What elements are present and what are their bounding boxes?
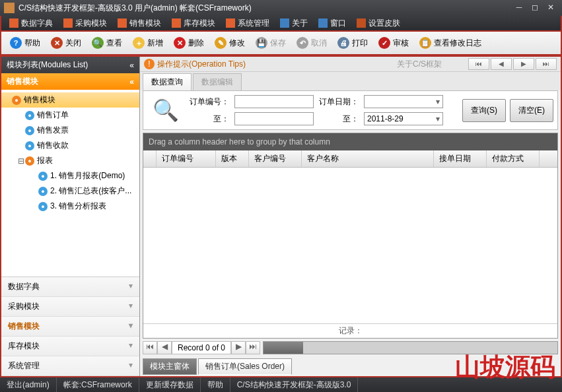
page-indicator: Record 0 of 0: [172, 341, 231, 354]
maximize-button[interactable]: ◻: [528, 3, 542, 13]
nav-first-button[interactable]: ⏮: [468, 58, 489, 70]
tab-data-query[interactable]: 数据查询: [143, 73, 192, 90]
nav-prev-button[interactable]: ◀: [491, 58, 512, 70]
保存-icon: 💾: [256, 37, 267, 49]
tool-帮助[interactable]: ?帮助: [5, 34, 45, 52]
menu-0[interactable]: 数据字典: [4, 16, 58, 30]
accordion-库存模块[interactable]: 库存模块▾: [1, 337, 139, 356]
menu-icon: [9, 18, 18, 28]
module-collapse-icon[interactable]: «: [129, 77, 134, 86]
tool-关闭[interactable]: ✕关闭: [46, 34, 86, 52]
col-订单编号[interactable]: 订单编号: [157, 150, 216, 167]
node-icon: ●: [38, 172, 48, 181]
tree-node-0[interactable]: ●销售模块: [1, 92, 139, 108]
tool-修改[interactable]: ✎修改: [210, 34, 250, 52]
page-first-button[interactable]: ⏮: [143, 341, 157, 354]
row-selector-col[interactable]: [143, 150, 157, 167]
search-icon: 🔍: [153, 98, 179, 123]
grid-body[interactable]: [143, 168, 557, 323]
to-1-input[interactable]: [234, 112, 314, 125]
打印-icon: 🖨: [337, 37, 349, 49]
nav-next-button[interactable]: ▶: [513, 58, 534, 70]
operation-tips[interactable]: 操作提示(Operation Tips): [157, 59, 370, 70]
tree-node-5[interactable]: ●1. 销售月报表(Demo): [1, 168, 139, 183]
status-2[interactable]: 更新缓存数据: [139, 377, 201, 392]
status-3[interactable]: 帮助: [201, 377, 230, 392]
查看-icon: 🔍: [92, 37, 104, 49]
tree-node-2[interactable]: ●销售发票: [1, 123, 139, 138]
tool-删除[interactable]: ✕删除: [169, 34, 209, 52]
record-label: 记录：: [143, 323, 557, 338]
tool-新增[interactable]: ＋新增: [128, 34, 168, 52]
chevron-down-icon: ▾: [129, 321, 133, 332]
query-button[interactable]: 查询(S): [462, 99, 506, 122]
menu-7[interactable]: 设置皮肤: [351, 16, 405, 30]
chevron-down-icon: ▾: [129, 301, 133, 312]
menu-1[interactable]: 采购模块: [58, 16, 112, 30]
col-客户名称[interactable]: 客户名称: [302, 150, 434, 167]
tool-审核[interactable]: ✓审核: [374, 34, 413, 52]
col-版本[interactable]: 版本: [216, 150, 249, 167]
tool-打印[interactable]: 🖨打印: [333, 34, 372, 52]
tab-data-edit[interactable]: 数据编辑: [193, 73, 242, 90]
tool-查看修改日志[interactable]: 📋查看修改日志: [415, 34, 486, 52]
accordion-系统管理[interactable]: 系统管理▾: [1, 356, 139, 376]
sidebar-title: 模块列表(Modules List): [7, 59, 88, 71]
col-客户编号[interactable]: 客户编号: [249, 150, 302, 167]
tree-node-1[interactable]: ●销售订单: [1, 108, 139, 123]
帮助-icon: ?: [10, 37, 22, 49]
menu-6[interactable]: 窗口: [313, 16, 351, 30]
tool-取消[interactable]: ↶取消: [292, 34, 332, 52]
node-icon: ●: [25, 141, 34, 150]
order-no-input[interactable]: [234, 95, 314, 108]
order-date-combo[interactable]: ▾: [364, 95, 443, 108]
to-1-label: 至：: [190, 114, 229, 125]
tree-node-7[interactable]: ●3. 销售分析报表: [1, 199, 139, 214]
accordion-销售模块[interactable]: 销售模块▾: [1, 317, 139, 337]
close-window-button[interactable]: ✕: [544, 3, 558, 13]
bottom-tab-module-main[interactable]: 模块主窗体: [143, 358, 197, 375]
col-付款方式[interactable]: 付款方式: [487, 150, 540, 167]
menu-icon: [226, 18, 235, 28]
app-icon: [4, 3, 15, 13]
status-1[interactable]: 帐套:CSFramework: [57, 377, 139, 392]
to-2-combo[interactable]: 2011-8-29▾: [364, 112, 443, 125]
tip-about: 关于C/S框架: [397, 59, 442, 70]
menu-4[interactable]: 系统管理: [221, 16, 275, 30]
window-title: C/S结构快速开发框架-高级版3.0 用户(admin) 帐套(CSFramew…: [18, 3, 512, 14]
chevron-down-icon: ▾: [129, 281, 133, 292]
col-接单日期[interactable]: 接单日期: [434, 150, 487, 167]
node-icon: ●: [25, 111, 34, 120]
page-last-button[interactable]: ⏭: [246, 341, 260, 354]
menu-5[interactable]: 关于: [275, 16, 313, 30]
page-prev-button[interactable]: ◀: [157, 341, 172, 354]
order-date-label: 订单日期：: [319, 96, 359, 108]
status-4[interactable]: C/S结构快速开发框架-高级版3.0: [230, 377, 359, 392]
tool-查看[interactable]: 🔍查看: [87, 34, 127, 52]
menu-3[interactable]: 库存模块: [166, 16, 221, 30]
删除-icon: ✕: [174, 37, 186, 49]
tree-node-4[interactable]: ⊟●报表: [1, 153, 139, 168]
horizontal-scrollbar[interactable]: [263, 341, 558, 354]
sidebar-collapse-icon[interactable]: «: [129, 61, 134, 70]
to-2-label: 至：: [319, 114, 359, 125]
status-0[interactable]: 登出(admin): [0, 377, 57, 392]
bottom-tab-sales-order[interactable]: 销售订单(Sales Order): [198, 358, 292, 375]
menu-icon: [172, 18, 181, 28]
accordion-采购模块[interactable]: 采购模块▾: [1, 297, 139, 317]
clear-button[interactable]: 清空(E): [510, 99, 553, 122]
page-next-button[interactable]: ▶: [231, 341, 246, 354]
chevron-down-icon: ▾: [129, 360, 133, 372]
tree-node-3[interactable]: ●销售收款: [1, 138, 139, 153]
menu-2[interactable]: 销售模块: [112, 16, 166, 30]
tool-保存[interactable]: 💾保存: [251, 34, 291, 52]
关闭-icon: ✕: [51, 37, 63, 49]
tree-node-6[interactable]: ●2. 销售汇总表(按客户...: [1, 183, 139, 199]
minimize-button[interactable]: ─: [512, 3, 526, 13]
修改-icon: ✎: [215, 37, 227, 49]
accordion-数据字典[interactable]: 数据字典▾: [1, 277, 139, 297]
expander-icon[interactable]: ⊟: [17, 156, 25, 166]
menu-icon: [280, 18, 289, 28]
group-panel[interactable]: Drag a column header here to group by th…: [143, 133, 557, 150]
nav-last-button[interactable]: ⏭: [536, 58, 557, 70]
